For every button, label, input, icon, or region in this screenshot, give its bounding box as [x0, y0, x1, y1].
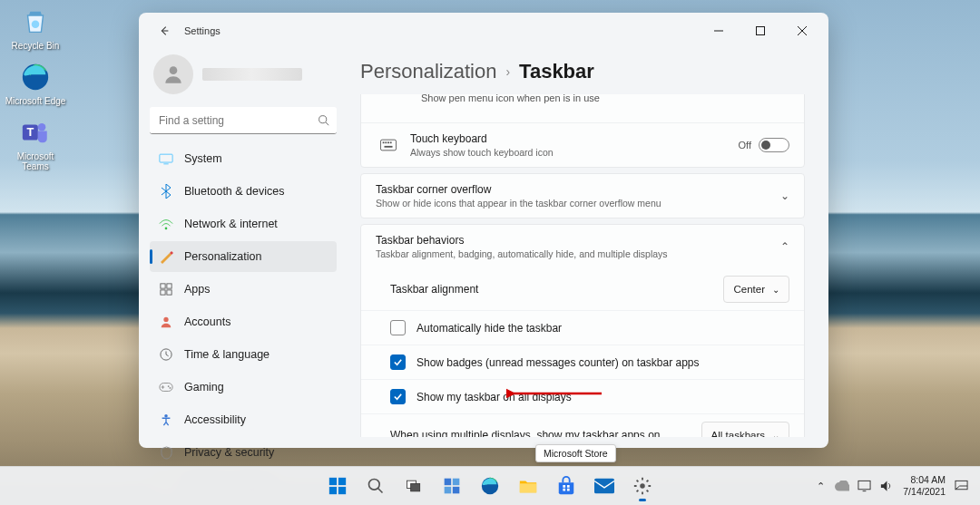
alignment-dropdown[interactable]: Center ⌄ [723, 276, 789, 303]
search-button[interactable] [358, 469, 393, 503]
svg-rect-12 [161, 290, 165, 295]
tray-overflow[interactable]: ⌃ [810, 472, 830, 500]
row-pen-menu[interactable]: Show pen menu icon when pen is in use [361, 94, 804, 122]
nav-item-bluetooth[interactable]: Bluetooth & devices [150, 176, 337, 207]
taskbar: ⌃ 8:04 AM 7/14/2021 [0, 466, 980, 505]
teams-icon: T [18, 115, 53, 150]
chevron-up-icon: ⌃ [780, 240, 789, 253]
svg-point-6 [170, 66, 178, 74]
system-tray: ⌃ 8:04 AM 7/14/2021 [810, 472, 980, 500]
clock[interactable]: 8:04 AM 7/14/2021 [903, 474, 946, 497]
minimize-button[interactable] [698, 17, 740, 44]
back-button[interactable] [152, 18, 177, 44]
titlebar: Settings [139, 13, 828, 49]
svg-rect-10 [161, 284, 165, 288]
time-icon [159, 347, 173, 362]
row-badges[interactable]: Show badges (unread messages counter) on… [361, 345, 804, 379]
nav-item-time[interactable]: Time & language [150, 339, 337, 370]
svg-point-19 [164, 414, 168, 418]
toggle-switch[interactable] [759, 138, 789, 152]
taskbar-store[interactable] [549, 469, 583, 503]
notifications-button[interactable] [951, 472, 971, 500]
taskbar-mail[interactable] [587, 469, 622, 503]
volume-icon[interactable] [876, 472, 896, 500]
svg-text:T: T [26, 125, 34, 139]
svg-rect-5 [757, 27, 765, 35]
nav-item-network[interactable]: Network & internet [150, 209, 337, 239]
nav-item-accessibility[interactable]: Accessibility [150, 404, 337, 435]
svg-rect-8 [160, 154, 172, 162]
sidebar: SystemBluetooth & devicesNetwork & inter… [139, 49, 348, 448]
close-button[interactable] [781, 17, 823, 44]
svg-point-0 [32, 21, 40, 29]
desktop-icon-recycle-bin[interactable]: Recycle Bin [5, 5, 66, 51]
svg-rect-13 [167, 290, 172, 295]
behaviors-header[interactable]: Taskbar behaviors Taskbar alignment, bad… [361, 225, 804, 268]
network-icon [159, 217, 173, 231]
start-button[interactable] [320, 469, 355, 503]
nav-list: SystemBluetooth & devicesNetwork & inter… [150, 143, 337, 500]
accessibility-icon [159, 413, 173, 427]
nav-item-gaming[interactable]: Gaming [150, 372, 337, 403]
multi-dropdown[interactable]: All taskbars ⌄ [701, 422, 789, 437]
card-corner-overflow[interactable]: Taskbar corner overflow Show or hide ico… [360, 173, 805, 219]
svg-point-33 [369, 480, 380, 490]
taskbar-settings[interactable] [625, 469, 660, 503]
svg-rect-20 [380, 140, 396, 151]
maximize-button[interactable] [740, 17, 781, 44]
checkbox-badges[interactable] [390, 354, 406, 370]
nav-item-personalization[interactable]: Personalization [150, 241, 337, 272]
row-all-displays[interactable]: Show my taskbar on all displays [361, 379, 804, 413]
desktop-icon-teams[interactable]: T Microsoft Teams [5, 115, 66, 171]
desktop-icon-edge[interactable]: Microsoft Edge [5, 60, 66, 106]
svg-rect-30 [338, 478, 346, 485]
checkbox-all-displays[interactable] [390, 389, 406, 404]
row-autohide[interactable]: Automatically hide the taskbar [361, 310, 804, 345]
svg-rect-29 [329, 478, 337, 485]
onedrive-icon[interactable] [832, 472, 852, 500]
taskbar-explorer[interactable] [511, 469, 545, 503]
widgets-button[interactable] [435, 469, 469, 503]
svg-rect-43 [858, 481, 870, 489]
system-icon [159, 151, 173, 166]
svg-rect-38 [445, 487, 452, 494]
search-input[interactable] [150, 107, 337, 134]
nav-item-apps[interactable]: Apps [150, 274, 337, 305]
svg-point-18 [170, 387, 172, 389]
nav-item-system[interactable]: System [150, 143, 337, 174]
card-touch-keyboard: Show pen menu icon when pen is in use To… [360, 94, 805, 168]
chevron-down-icon: ⌄ [772, 285, 779, 295]
nav-item-accounts[interactable]: Accounts [150, 306, 337, 337]
svg-point-17 [168, 385, 170, 387]
taskbar-tooltip: Microsoft Store [535, 444, 616, 462]
recycle-bin-icon [18, 5, 53, 39]
row-multi-displays: When using multiple displays, show my ta… [361, 413, 804, 437]
keyboard-icon [376, 139, 401, 151]
network-icon[interactable] [854, 472, 874, 500]
svg-rect-36 [445, 479, 452, 486]
personalization-icon [159, 249, 173, 264]
checkbox-autohide[interactable] [390, 320, 406, 335]
chevron-down-icon: ⌄ [772, 431, 779, 438]
search-icon [318, 114, 329, 126]
accounts-icon [159, 315, 173, 329]
svg-point-4 [38, 123, 46, 131]
search-field[interactable] [150, 107, 337, 134]
svg-rect-24 [390, 141, 392, 143]
touch-keyboard-toggle[interactable]: Off [739, 138, 789, 152]
bluetooth-icon [159, 184, 173, 199]
avatar-icon [153, 54, 193, 94]
gaming-icon [159, 380, 173, 394]
account-header[interactable] [150, 49, 337, 107]
task-view-button[interactable] [397, 469, 431, 503]
window-title: Settings [184, 25, 220, 36]
row-touch-keyboard[interactable]: Touch keyboard Always show touch keyboar… [361, 122, 804, 167]
edge-icon [18, 60, 53, 94]
breadcrumb-parent[interactable]: Personalization [360, 60, 496, 83]
username-redacted [202, 68, 302, 81]
svg-rect-41 [594, 479, 614, 494]
nav-item-privacy[interactable]: Privacy & security [150, 437, 337, 468]
taskbar-edge[interactable] [473, 469, 507, 503]
svg-rect-22 [385, 141, 387, 143]
row-alignment: Taskbar alignment Center ⌄ [361, 268, 804, 310]
